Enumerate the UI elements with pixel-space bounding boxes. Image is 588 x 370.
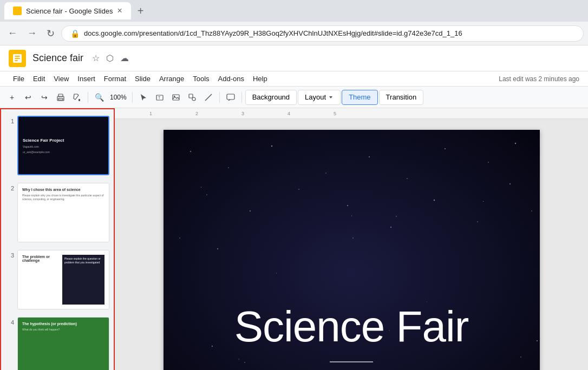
svg-point-30 bbox=[433, 200, 434, 201]
slide3-right: Please explain the question or problem t… bbox=[64, 257, 102, 264]
svg-point-24 bbox=[514, 143, 515, 144]
print-button[interactable] bbox=[53, 90, 68, 105]
app-header: Science fair ☆ ⬡ ☁ bbox=[0, 45, 588, 71]
svg-point-32 bbox=[509, 183, 511, 184]
menu-file[interactable]: File bbox=[9, 72, 29, 85]
ruler-mark-5: 5 bbox=[334, 111, 336, 116]
refresh-button[interactable]: ↻ bbox=[43, 25, 58, 42]
tab-close-icon[interactable]: × bbox=[117, 6, 122, 16]
top-ruler: 1 2 3 4 5 bbox=[115, 108, 588, 119]
menu-bar: File Edit View Insert Format Slide Arran… bbox=[0, 71, 588, 87]
line-tool[interactable] bbox=[201, 90, 216, 105]
canvas-area[interactable]: Science Fair bbox=[115, 119, 588, 370]
ruler-mark-1: 1 bbox=[149, 111, 152, 116]
select-tool[interactable] bbox=[136, 90, 151, 105]
svg-point-37 bbox=[244, 362, 245, 363]
slide-item-4[interactable]: 4 The hypothesis (or prediction) What do… bbox=[3, 315, 112, 370]
slide-item-3[interactable]: 3 The problem or challenge Please explai… bbox=[3, 248, 112, 312]
menu-slide[interactable]: Slide bbox=[130, 72, 155, 85]
svg-point-16 bbox=[190, 151, 191, 152]
slide2-body: Please explain why you chose to investig… bbox=[22, 194, 104, 201]
slide-thumb-2[interactable]: Why I chose this area of science Please … bbox=[17, 183, 109, 242]
theme-button[interactable]: Theme bbox=[342, 90, 377, 105]
svg-point-44 bbox=[352, 237, 354, 239]
slide1-title: Science Fair Project bbox=[23, 138, 104, 143]
menu-insert[interactable]: Insert bbox=[73, 72, 100, 85]
svg-rect-6 bbox=[58, 98, 63, 100]
svg-point-17 bbox=[228, 167, 229, 168]
slide-number-3: 3 bbox=[5, 250, 14, 259]
textbox-tool[interactable]: T bbox=[152, 90, 167, 105]
svg-point-39 bbox=[520, 356, 521, 358]
background-button[interactable]: Background bbox=[245, 90, 297, 105]
editor-area: 1 2 3 4 5 bbox=[115, 108, 588, 370]
address-text: docs.google.com/presentation/d/1cd_Thz88… bbox=[84, 29, 462, 37]
redo-button[interactable]: ↪ bbox=[37, 90, 52, 105]
layout-button[interactable]: Layout bbox=[298, 90, 341, 105]
toolbar-separator-1 bbox=[88, 92, 88, 103]
toolbar-separator-4 bbox=[241, 92, 242, 103]
back-button[interactable]: ← bbox=[4, 25, 21, 41]
tab-favicon bbox=[13, 6, 22, 15]
slide4-title: The hypothesis (or prediction) bbox=[22, 322, 104, 326]
svg-point-34 bbox=[217, 248, 218, 249]
svg-rect-15 bbox=[227, 94, 234, 100]
paint-format-button[interactable] bbox=[69, 90, 84, 105]
svg-rect-2 bbox=[15, 58, 20, 59]
slide-thumb-3[interactable]: The problem or challenge Please explain … bbox=[17, 250, 109, 309]
slide2-title: Why I chose this area of science bbox=[22, 188, 104, 191]
svg-point-35 bbox=[531, 210, 532, 212]
svg-point-26 bbox=[250, 210, 251, 212]
menu-arrange[interactable]: Arrange bbox=[155, 72, 188, 85]
slides-panel: 1 Science Fair Project Vagautik.com ur_a… bbox=[0, 108, 115, 370]
svg-point-29 bbox=[396, 216, 397, 217]
slide-canvas[interactable]: Science Fair bbox=[164, 130, 540, 370]
active-tab[interactable]: Science fair - Google Slides × bbox=[4, 2, 131, 19]
menu-edit[interactable]: Edit bbox=[29, 72, 49, 85]
shapes-tool[interactable] bbox=[185, 90, 200, 105]
svg-point-31 bbox=[477, 221, 478, 222]
toolbar-separator-2 bbox=[132, 92, 133, 103]
menu-view[interactable]: View bbox=[49, 72, 73, 85]
menu-tools[interactable]: Tools bbox=[188, 72, 213, 85]
present-icon[interactable]: ⬡ bbox=[106, 53, 114, 63]
add-button[interactable]: + bbox=[4, 90, 19, 105]
slide-divider bbox=[330, 361, 373, 362]
slide-main-title: Science Fair bbox=[164, 302, 540, 352]
menu-addons[interactable]: Add-ons bbox=[214, 72, 249, 85]
slide-thumb-1[interactable]: Science Fair Project Vagautik.com ur_ask… bbox=[17, 116, 109, 175]
svg-line-14 bbox=[205, 94, 212, 101]
slide3-left: The problem or challenge bbox=[22, 255, 60, 262]
star-icon[interactable]: ☆ bbox=[92, 53, 100, 63]
svg-point-33 bbox=[179, 237, 180, 239]
svg-rect-1 bbox=[15, 56, 20, 57]
cloud-icon[interactable]: ☁ bbox=[120, 53, 129, 63]
zoom-out-button[interactable]: 🔍 bbox=[92, 90, 107, 105]
slide-item-1[interactable]: 1 Science Fair Project Vagautik.com ur_a… bbox=[3, 114, 112, 177]
slide-thumb-4[interactable]: The hypothesis (or prediction) What do y… bbox=[17, 317, 109, 370]
address-bar[interactable]: 🔒 docs.google.com/presentation/d/1cd_Thz… bbox=[61, 25, 584, 42]
svg-point-23 bbox=[488, 162, 489, 163]
svg-point-13 bbox=[192, 97, 195, 101]
new-tab-button[interactable]: + bbox=[135, 3, 146, 19]
zoom-level: 100% bbox=[108, 94, 129, 101]
undo-button[interactable]: ↩ bbox=[21, 90, 36, 105]
svg-point-18 bbox=[271, 146, 272, 147]
slide1-sub2: ur_ask@example.com bbox=[23, 150, 104, 154]
menu-format[interactable]: Format bbox=[100, 72, 130, 85]
svg-point-25 bbox=[206, 194, 207, 195]
forward-button[interactable]: → bbox=[24, 25, 40, 41]
ruler-mark-4: 4 bbox=[288, 111, 290, 116]
svg-rect-12 bbox=[189, 94, 193, 98]
comment-button[interactable] bbox=[223, 90, 238, 105]
toolbar-separator-3 bbox=[219, 92, 220, 103]
transition-button[interactable]: Transition bbox=[379, 90, 424, 105]
svg-point-21 bbox=[407, 178, 408, 179]
menu-help[interactable]: Help bbox=[249, 72, 272, 85]
image-tool[interactable] bbox=[168, 90, 184, 105]
ruler-mark-3: 3 bbox=[241, 111, 244, 116]
slide-item-2[interactable]: 2 Why I chose this area of science Pleas… bbox=[3, 181, 112, 245]
lock-icon: 🔒 bbox=[70, 29, 80, 38]
main-area: 1 Science Fair Project Vagautik.com ur_a… bbox=[0, 108, 588, 370]
svg-point-22 bbox=[445, 148, 446, 149]
